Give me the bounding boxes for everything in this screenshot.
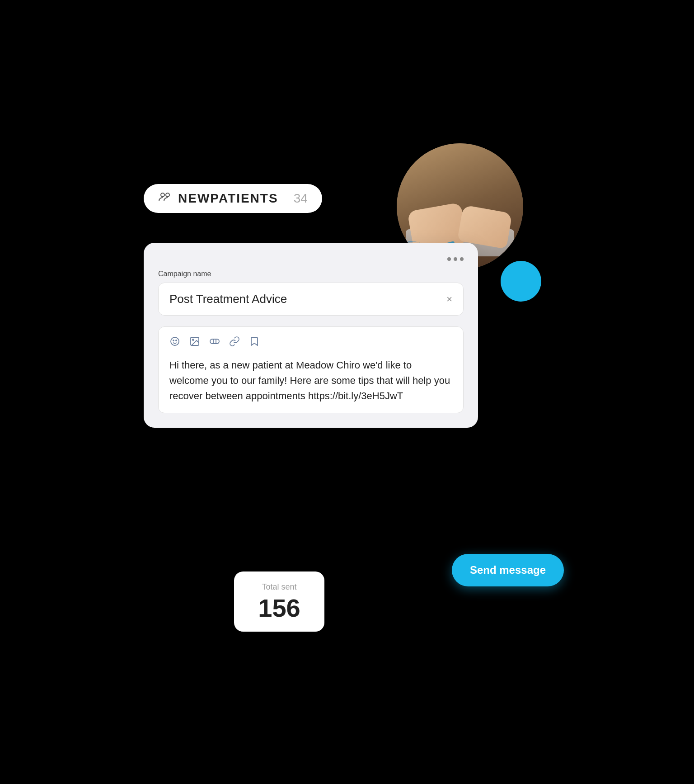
new-patients-pill: NEWPATIENTS 34 — [144, 184, 322, 213]
svg-point-2 — [171, 337, 179, 345]
menu-dots[interactable] — [158, 257, 464, 261]
svg-point-3 — [173, 340, 174, 341]
total-sent-value: 156 — [252, 595, 306, 621]
svg-point-0 — [161, 193, 164, 197]
emoji-button[interactable] — [169, 336, 180, 349]
clear-campaign-button[interactable]: × — [446, 294, 452, 304]
campaign-name-label: Campaign name — [158, 270, 464, 278]
send-message-button[interactable]: Send message — [452, 554, 564, 586]
menu-dot-1 — [447, 257, 451, 261]
pill-count: 34 — [285, 191, 308, 206]
bookmark-button[interactable] — [249, 336, 260, 349]
svg-point-6 — [192, 339, 194, 340]
campaign-name-value: Post Treatment Advice — [169, 292, 287, 306]
editor-toolbar — [169, 336, 452, 349]
main-card: Campaign name Post Treatment Advice × — [144, 243, 478, 428]
link-button[interactable] — [229, 336, 240, 349]
image-button[interactable] — [189, 336, 200, 349]
total-sent-card: Total sent 156 — [234, 571, 324, 632]
variable-button[interactable] — [209, 336, 220, 349]
svg-point-1 — [166, 193, 169, 197]
message-body[interactable]: Hi there, as a new patient at Meadow Chi… — [169, 358, 452, 404]
menu-dot-3 — [460, 257, 464, 261]
campaign-name-input[interactable]: Post Treatment Advice × — [158, 283, 464, 316]
menu-dot-2 — [454, 257, 457, 261]
svg-rect-7 — [210, 339, 219, 344]
pill-label: NEWPATIENTS — [178, 191, 278, 206]
total-sent-label: Total sent — [252, 582, 306, 592]
patients-icon — [158, 191, 172, 206]
message-editor[interactable]: Hi there, as a new patient at Meadow Chi… — [158, 326, 464, 413]
svg-point-4 — [176, 340, 177, 341]
